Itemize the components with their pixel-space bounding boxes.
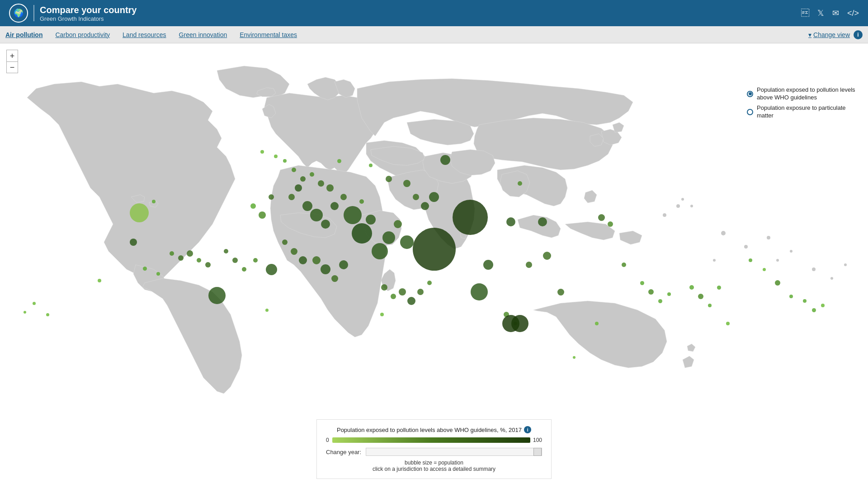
bubble[interactable] xyxy=(331,275,338,282)
nav-air-pollution[interactable]: Air pollution xyxy=(5,31,42,38)
bubble[interactable] xyxy=(417,289,424,295)
bubble[interactable] xyxy=(366,215,376,225)
bubble[interactable] xyxy=(46,313,49,316)
bubble[interactable] xyxy=(130,203,149,222)
bubble[interactable] xyxy=(288,194,295,200)
bubble[interactable] xyxy=(312,256,321,264)
bubble[interactable] xyxy=(242,267,246,272)
info-box-info-icon[interactable]: i xyxy=(524,426,531,433)
bubble[interactable] xyxy=(292,168,296,172)
bubble[interactable] xyxy=(187,250,193,257)
bubble[interactable] xyxy=(156,272,160,276)
bubble[interactable] xyxy=(698,294,703,299)
change-view-button[interactable]: ▾ Change view xyxy=(808,31,850,38)
bubble[interactable] xyxy=(205,262,211,267)
bubble[interactable] xyxy=(130,239,137,246)
bubble[interactable] xyxy=(608,221,613,227)
bubble[interactable] xyxy=(344,206,362,224)
bubble[interactable] xyxy=(197,258,201,263)
zoom-out-button[interactable]: − xyxy=(6,61,18,73)
bubble[interactable] xyxy=(543,252,551,260)
twitter-icon[interactable]: 𝕏 xyxy=(817,8,824,18)
bubble[interactable] xyxy=(380,313,384,316)
bubble[interactable] xyxy=(330,202,339,210)
info-icon[interactable]: i xyxy=(854,30,863,39)
bubble[interactable] xyxy=(403,180,410,187)
bubble[interactable] xyxy=(318,180,324,187)
bubble[interactable] xyxy=(399,288,406,296)
email-icon[interactable]: ✉ xyxy=(832,8,839,18)
bubble[interactable] xyxy=(310,172,314,177)
bubble[interactable] xyxy=(803,299,807,303)
bubble[interactable] xyxy=(726,322,730,325)
bubble[interactable] xyxy=(310,209,323,221)
bubble[interactable] xyxy=(291,248,297,255)
bubble[interactable] xyxy=(429,192,439,202)
radio-option-2[interactable] xyxy=(747,109,753,115)
bubble[interactable] xyxy=(321,220,330,229)
bubble[interactable] xyxy=(658,299,662,303)
bubble[interactable] xyxy=(143,267,147,271)
map-container[interactable]: + − Population exposed to pollution leve… xyxy=(0,43,868,488)
bubble[interactable] xyxy=(33,302,36,305)
bubble[interactable] xyxy=(300,176,306,182)
bubble[interactable] xyxy=(283,159,287,163)
bubble[interactable] xyxy=(557,289,564,296)
bubble[interactable] xyxy=(321,264,330,274)
bubble[interactable] xyxy=(170,251,174,256)
bubble[interactable] xyxy=(394,220,402,228)
bubble[interactable] xyxy=(274,155,278,158)
bubble[interactable] xyxy=(708,304,712,307)
bubble[interactable] xyxy=(413,228,456,271)
bubble[interactable] xyxy=(269,194,274,200)
facebook-icon[interactable]:  xyxy=(801,9,809,18)
bubble[interactable] xyxy=(789,295,793,298)
bubble[interactable] xyxy=(502,315,519,332)
bubble[interactable] xyxy=(518,181,522,186)
bubble[interactable] xyxy=(382,231,395,244)
bubble[interactable] xyxy=(749,258,752,262)
bubble[interactable] xyxy=(282,239,288,245)
bubble[interactable] xyxy=(440,155,450,165)
bubble[interactable] xyxy=(526,262,532,268)
nav-carbon-productivity[interactable]: Carbon productivity xyxy=(55,31,110,38)
zoom-in-button[interactable]: + xyxy=(6,50,18,61)
bubble[interactable] xyxy=(407,297,415,305)
bubble[interactable] xyxy=(453,200,488,235)
bubble[interactable] xyxy=(775,280,780,286)
bubble[interactable] xyxy=(224,249,228,253)
bubble[interactable] xyxy=(326,184,334,192)
bubble[interactable] xyxy=(622,263,626,267)
year-slider-handle[interactable] xyxy=(533,448,542,456)
bubble[interactable] xyxy=(598,214,605,221)
nav-land-resources[interactable]: Land resources xyxy=(123,31,166,38)
bubble[interactable] xyxy=(299,256,307,264)
bubble[interactable] xyxy=(98,279,101,282)
bubble[interactable] xyxy=(391,294,396,299)
bubble[interactable] xyxy=(506,217,515,226)
bubble[interactable] xyxy=(386,176,392,182)
bubble[interactable] xyxy=(359,199,364,204)
bubble[interactable] xyxy=(337,159,341,163)
bubble[interactable] xyxy=(339,260,348,269)
code-icon[interactable]: </> xyxy=(847,9,859,18)
bubble[interactable] xyxy=(427,281,432,285)
bubble[interactable] xyxy=(232,258,238,263)
bubble[interactable] xyxy=(369,164,373,167)
bubble[interactable] xyxy=(483,260,493,270)
bubble[interactable] xyxy=(812,308,816,312)
bubble[interactable] xyxy=(372,243,388,259)
bubble[interactable] xyxy=(763,268,766,271)
legend-option-2[interactable]: Population exposure to particulate matte… xyxy=(747,104,861,120)
bubble[interactable] xyxy=(340,194,347,200)
bubble[interactable] xyxy=(538,217,547,226)
legend-option-1[interactable]: Population exposed to pollution levels a… xyxy=(747,86,861,102)
bubble[interactable] xyxy=(260,150,264,154)
bubble[interactable] xyxy=(381,284,387,291)
bubble[interactable] xyxy=(250,203,256,209)
bubble[interactable] xyxy=(253,258,258,263)
bubble[interactable] xyxy=(640,281,644,285)
bubble[interactable] xyxy=(152,200,156,203)
bubble[interactable] xyxy=(821,304,825,307)
bubble[interactable] xyxy=(352,223,372,244)
